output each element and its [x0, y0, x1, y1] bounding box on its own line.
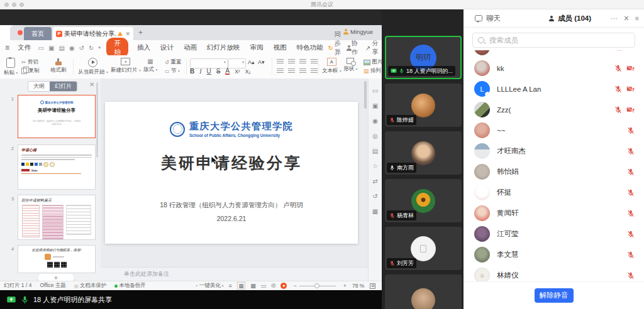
member-row[interactable]: [464, 50, 644, 58]
bold-button[interactable]: B: [190, 68, 194, 75]
font-color-button[interactable]: A: [225, 68, 230, 75]
mic-muted-icon[interactable]: [614, 65, 622, 72]
collaborate-button[interactable]: 协作: [347, 39, 360, 57]
zoom-slider[interactable]: [299, 286, 336, 286]
align-left-icon[interactable]: [277, 68, 284, 74]
zoom-slider-knob[interactable]: [314, 283, 319, 288]
member-row[interactable]: L LLLLee A Lan: [464, 79, 644, 99]
align-right-icon[interactable]: [299, 68, 306, 74]
member-row[interactable]: 李文慧: [464, 244, 644, 265]
menu-view[interactable]: 视图: [273, 43, 286, 52]
camera-off-icon[interactable]: [626, 106, 635, 114]
slide-editor-area[interactable]: 重庆大学公共管理学院 School of Public Affairs, Cho…: [101, 79, 368, 281]
panel-layout-icon[interactable]: ≡: [635, 14, 639, 22]
member-row[interactable]: 黄闻轩: [464, 203, 644, 224]
zoom-in-icon[interactable]: +: [343, 283, 347, 289]
mic-muted-icon[interactable]: [627, 272, 635, 279]
new-tab-button[interactable]: +: [138, 28, 143, 37]
favorites-icon[interactable]: ☆: [372, 163, 378, 170]
panel-view-toggle[interactable]: 大纲 幻灯片: [28, 81, 77, 92]
paste-button[interactable]: 粘贴 ▾: [4, 58, 18, 77]
camera-off-icon[interactable]: [626, 85, 635, 93]
mic-muted-icon[interactable]: [614, 85, 622, 93]
undo-icon[interactable]: ↺: [79, 45, 84, 52]
save-icon[interactable]: ▣: [48, 45, 54, 52]
media-icon[interactable]: ▦: [372, 208, 378, 215]
decrease-font-icon[interactable]: A▾: [258, 59, 265, 65]
meeting-window-controls[interactable]: [4, 3, 24, 7]
format-painter-button[interactable]: 格式刷: [50, 58, 67, 74]
close-tab-icon[interactable]: ✕: [125, 31, 130, 37]
layout-button[interactable]: ▦ 版式 ▾: [143, 58, 157, 73]
selection-pane-icon[interactable]: ▤: [372, 148, 378, 154]
decrease-indent-icon[interactable]: [299, 59, 306, 65]
cut-button[interactable]: ✂ 剪切: [21, 58, 38, 66]
member-row[interactable]: kk: [464, 58, 644, 79]
tab-home[interactable]: 首页: [24, 27, 52, 40]
print-icon[interactable]: ▤: [58, 45, 64, 52]
menu-design[interactable]: 设计: [160, 43, 174, 52]
member-row[interactable]: 怀挺: [464, 182, 644, 203]
bullet-list-icon[interactable]: [277, 59, 284, 65]
align-center-icon[interactable]: [288, 68, 295, 74]
shape-button[interactable]: 形状 ▾: [343, 58, 357, 73]
tab-outline[interactable]: 大纲: [28, 82, 50, 91]
minimize-window-icon[interactable]: [12, 3, 16, 7]
camera-off-icon[interactable]: [626, 64, 635, 72]
notes-placeholder[interactable]: 单击此处添加备注: [101, 267, 368, 281]
slide-sorter-icon[interactable]: ▩: [250, 283, 256, 289]
slide-thumbnail-1[interactable]: 重庆大学公共管理学院 美研申请经验分享 18 行政管理（组织与人力资源管理方向）…: [18, 95, 96, 138]
play-from-current-button[interactable]: 从当前开始 ▾: [78, 58, 108, 76]
panel-more-icon[interactable]: ⋯: [611, 14, 618, 23]
video-tile[interactable]: 陈烨婧: [385, 84, 462, 127]
member-row[interactable]: ~~: [464, 120, 644, 141]
close-window-icon[interactable]: [4, 3, 9, 7]
reading-view-icon[interactable]: ▭: [261, 283, 267, 289]
mic-muted-icon[interactable]: [614, 106, 622, 114]
tab-chat[interactable]: 聊天: [475, 14, 501, 23]
mic-muted-icon[interactable]: [614, 50, 622, 52]
transition-icon[interactable]: ⇄: [372, 178, 377, 185]
editor-scrollbar[interactable]: [364, 81, 367, 109]
thumbnail-scrollbar[interactable]: [96, 82, 98, 158]
settings-icon[interactable]: ◎: [372, 133, 378, 139]
properties-icon[interactable]: ▭: [372, 87, 378, 94]
italic-button[interactable]: I: [199, 68, 201, 75]
redo-icon[interactable]: ↻: [89, 45, 94, 52]
arrange-button[interactable]: ▤ 排列: [364, 67, 381, 75]
zoom-percent[interactable]: 78 %: [352, 283, 364, 289]
mic-muted-icon[interactable]: [627, 148, 635, 155]
hamburger-menu-icon[interactable]: ≡: [5, 43, 9, 52]
member-row[interactable]: 韩怡娟: [464, 161, 644, 182]
zoom-out-icon[interactable]: −: [293, 283, 296, 289]
superscript-button[interactable]: X²: [235, 68, 240, 75]
panel-close-icon[interactable]: ✕: [623, 14, 629, 23]
section-button[interactable]: ▭ 节 ▾: [165, 67, 180, 75]
font-name-select[interactable]: [190, 58, 228, 68]
fit-to-window-icon[interactable]: [370, 283, 375, 289]
mic-muted-icon[interactable]: [627, 210, 635, 217]
video-tile-sharer[interactable]: 明玥 18 人资卢明玥的...: [385, 36, 462, 79]
camera-off-icon[interactable]: [626, 50, 635, 52]
current-slide-canvas[interactable]: 重庆大学公共管理学院 School of Public Affairs, Cho…: [105, 102, 358, 244]
preview-icon[interactable]: ◉: [69, 45, 75, 52]
subscript-button[interactable]: X₂: [245, 68, 251, 75]
theme-name[interactable]: Office 主题: [40, 282, 65, 290]
document-protection[interactable]: ◎ 文档未保护: [74, 282, 106, 290]
outline-view-icon[interactable]: ≡: [228, 283, 231, 289]
numbered-list-icon[interactable]: [288, 59, 295, 65]
member-search[interactable]: [472, 33, 635, 48]
ink-icon[interactable]: ◉: [372, 117, 378, 124]
strikethrough-button[interactable]: S: [216, 68, 221, 75]
menu-insert[interactable]: 插入: [137, 43, 150, 52]
menu-slideshow[interactable]: 幻灯片放映: [207, 43, 240, 52]
member-row[interactable]: ☺ 林婧仪: [464, 265, 644, 281]
local-backup-status[interactable]: 本地备份开: [114, 282, 146, 290]
history-icon[interactable]: ↺: [372, 193, 377, 200]
tab-members[interactable]: 成员 (104): [548, 14, 591, 23]
beautify-button[interactable]: ◔ 一键美化 ▾: [195, 282, 224, 290]
member-row[interactable]: 才旺南杰: [464, 141, 644, 161]
member-row[interactable]: Zzz(: [464, 99, 644, 120]
member-list[interactable]: kk L LLLLee A Lan Zzz( ~~: [464, 50, 644, 281]
add-slide-button[interactable]: +: [38, 274, 74, 281]
